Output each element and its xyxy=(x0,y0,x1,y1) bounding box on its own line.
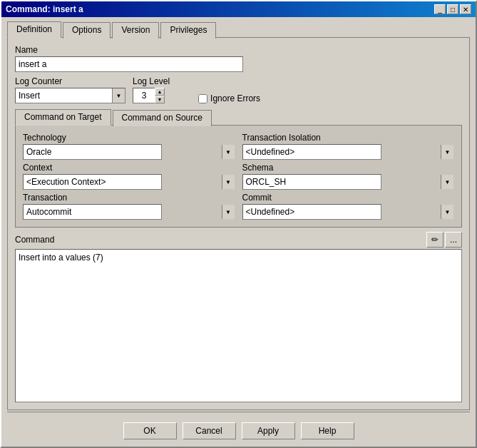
transaction-label: Transaction xyxy=(23,193,235,203)
context-select[interactable]: <Execution Context> xyxy=(23,174,162,190)
ignore-errors-label: Ignore Errors xyxy=(210,93,260,103)
schema-select[interactable]: ORCL_SH xyxy=(242,174,381,190)
trans-isolation-arrow-icon: ▼ xyxy=(441,145,453,159)
schema-select-wrapper: ORCL_SH ▼ xyxy=(242,174,455,190)
log-level-spin-buttons: ▲ ▼ xyxy=(155,88,165,103)
transaction-arrow-icon: ▼ xyxy=(222,205,235,219)
inner-tab-command-on-target[interactable]: Command on Target xyxy=(15,109,111,126)
cancel-button[interactable]: Cancel xyxy=(183,422,236,439)
title-bar-buttons: _ □ ✕ xyxy=(434,4,471,14)
commit-label: Commit xyxy=(242,193,455,203)
edit-buttons: ✏ ... xyxy=(426,232,462,248)
name-input[interactable] xyxy=(15,56,243,72)
log-level-down-button[interactable]: ▼ xyxy=(155,96,165,103)
apply-button[interactable]: Apply xyxy=(242,422,295,439)
transaction-select[interactable]: Autocommit xyxy=(23,204,162,220)
fields-row-2: Context <Execution Context> ▼ Schema xyxy=(23,163,454,190)
inner-tab-command-on-source[interactable]: Command on Source xyxy=(113,110,212,126)
dots-button[interactable]: ... xyxy=(445,232,462,248)
window-title: Command: insert a xyxy=(6,4,83,14)
command-header: Command ✏ ... xyxy=(15,232,462,248)
technology-select-wrapper: Oracle ▼ xyxy=(23,144,235,160)
pencil-button[interactable]: ✏ xyxy=(426,232,443,248)
definition-tab-content: Name Log Counter Insert ▼ Log Level xyxy=(7,37,470,410)
main-window: Command: insert a _ □ ✕ Definition Optio… xyxy=(0,0,477,448)
commit-select-wrapper: <Undefined> ▼ xyxy=(242,204,455,220)
tab-version[interactable]: Version xyxy=(112,22,159,39)
context-group: Context <Execution Context> ▼ xyxy=(23,163,235,190)
schema-arrow-icon: ▼ xyxy=(441,175,453,189)
technology-select[interactable]: Oracle xyxy=(23,144,162,160)
log-level-spinbox: ▲ ▼ xyxy=(133,88,170,103)
bottom-buttons: OK Cancel Apply Help xyxy=(7,417,470,442)
log-level-input[interactable] xyxy=(133,88,155,103)
commit-select[interactable]: <Undefined> xyxy=(242,204,381,220)
fields-row-1: Technology Oracle ▼ Transaction Isolatio… xyxy=(23,133,454,160)
technology-label: Technology xyxy=(23,133,235,143)
technology-arrow-icon: ▼ xyxy=(222,145,235,159)
schema-group: Schema ORCL_SH ▼ xyxy=(242,163,455,190)
inner-tab-bar: Command on Target Command on Source xyxy=(15,109,462,126)
context-arrow-icon: ▼ xyxy=(222,175,235,189)
commit-group: Commit <Undefined> ▼ xyxy=(242,193,455,220)
trans-isolation-group: Transaction Isolation <Undefined> ▼ xyxy=(242,133,455,160)
ignore-errors-checkbox[interactable] xyxy=(198,94,207,103)
dots-icon: ... xyxy=(450,235,457,245)
name-group: Name xyxy=(15,45,462,72)
fields-row-3: Transaction Autocommit ▼ Commit <Und xyxy=(23,193,454,220)
log-level-group: Log Level ▲ ▼ xyxy=(133,76,170,103)
close-button[interactable]: ✕ xyxy=(460,4,471,14)
name-label: Name xyxy=(15,45,462,55)
log-row: Log Counter Insert ▼ Log Level ▲ xyxy=(15,76,462,103)
ignore-errors-group: Ignore Errors xyxy=(198,93,260,103)
log-level-label: Log Level xyxy=(133,76,170,86)
trans-isolation-select[interactable]: <Undefined> xyxy=(242,144,381,160)
help-button[interactable]: Help xyxy=(301,422,354,439)
ok-button[interactable]: OK xyxy=(123,422,177,439)
schema-label: Schema xyxy=(242,163,455,173)
title-bar: Command: insert a _ □ ✕ xyxy=(1,1,476,17)
inner-tab-content: Technology Oracle ▼ Transaction Isolatio… xyxy=(15,125,462,228)
maximize-button[interactable]: □ xyxy=(447,4,458,14)
commit-arrow-icon: ▼ xyxy=(441,205,453,219)
minimize-button[interactable]: _ xyxy=(434,4,446,14)
command-textarea[interactable]: Insert into a values (7) xyxy=(15,249,462,402)
context-label: Context xyxy=(23,163,235,173)
command-section: Command ✏ ... Insert into a values (7) xyxy=(15,232,462,402)
transaction-select-wrapper: Autocommit ▼ xyxy=(23,204,235,220)
log-counter-label: Log Counter xyxy=(15,76,125,86)
command-label: Command xyxy=(15,235,54,245)
trans-isolation-label: Transaction Isolation xyxy=(242,133,455,143)
main-tab-bar: Definition Options Version Privileges xyxy=(7,21,470,38)
tab-privileges[interactable]: Privileges xyxy=(160,22,216,39)
log-counter-group: Log Counter Insert ▼ xyxy=(15,76,125,103)
log-counter-select[interactable]: Insert xyxy=(15,88,125,103)
transaction-group: Transaction Autocommit ▼ xyxy=(23,193,235,220)
tab-definition[interactable]: Definition xyxy=(7,21,61,38)
technology-group: Technology Oracle ▼ xyxy=(23,133,235,160)
window-content: Definition Options Version Privileges Na… xyxy=(1,17,476,447)
log-level-up-button[interactable]: ▲ xyxy=(155,88,165,96)
trans-isolation-select-wrapper: <Undefined> ▼ xyxy=(242,144,455,160)
pencil-icon: ✏ xyxy=(431,235,438,245)
tab-options[interactable]: Options xyxy=(63,22,111,39)
divider xyxy=(7,412,470,412)
log-counter-select-wrapper: Insert ▼ xyxy=(15,88,125,103)
context-select-wrapper: <Execution Context> ▼ xyxy=(23,174,235,190)
